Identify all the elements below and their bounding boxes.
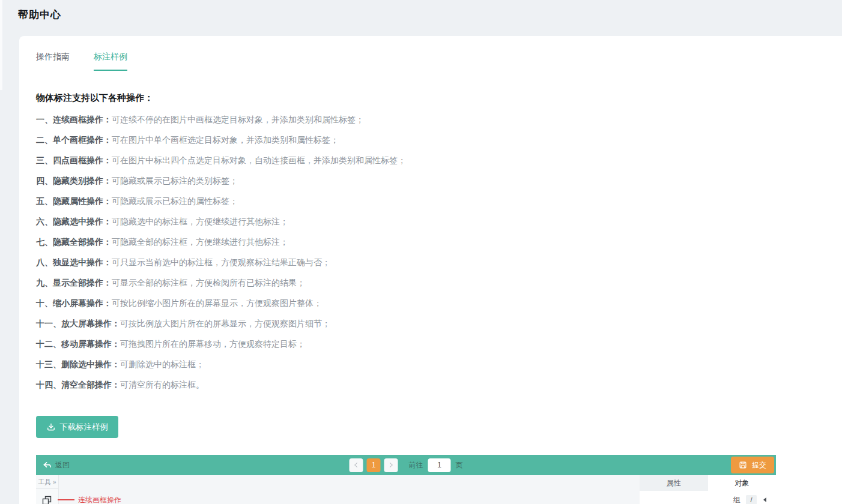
operation-list-item: 十三、删除选中操作：可删除选中的标注框； (36, 358, 842, 370)
operation-name: 十、缩小屏幕操作： (36, 298, 112, 308)
operation-list-item: 五、隐藏属性操作：可隐藏或展示已标注的属性标签； (36, 195, 842, 207)
annotation-tool-preview: 返回 1 前往 页 (36, 455, 776, 504)
operation-description: 可在图片中标出四个点选定目标对象，自动连接画框，并添加类别和属性标签； (112, 155, 406, 165)
next-page-button[interactable] (384, 458, 398, 472)
operation-description: 可在图片中单个画框选定目标对象，并添加类别和属性标签； (112, 135, 339, 145)
page-unit-label: 页 (456, 460, 463, 470)
operation-list-item: 四、隐藏类别操作：可隐藏或展示已标注的类别标签； (36, 175, 842, 187)
expand-panel-icon: » (53, 479, 56, 485)
current-page-button[interactable]: 1 (367, 458, 381, 472)
annotation-canvas[interactable]: 连续画框操作 (59, 475, 640, 504)
operation-description: 可只显示当前选中的标注框，方便观察标注结果正确与否； (112, 257, 330, 267)
operation-description: 可按比例放大图片所在的屏幕显示，方便观察图片细节； (120, 319, 330, 328)
tab-operation-guide[interactable]: 操作指南 (36, 52, 70, 71)
group-divider-chip[interactable]: / (746, 495, 757, 504)
back-button[interactable]: 返回 (42, 460, 70, 470)
annotation-pointer-line (58, 499, 74, 500)
tab-objects[interactable]: 对象 (708, 475, 777, 491)
operations-heading: 物体标注支持以下各种操作： (36, 92, 842, 104)
operation-name: 一、连续画框操作： (36, 115, 112, 124)
continuous-box-tool-button[interactable] (41, 494, 53, 504)
operation-list-item: 七、隐藏全部操作：可隐藏全部的标注框，方便继续进行其他标注； (36, 236, 842, 248)
operation-name: 五、隐藏属性操作： (36, 196, 112, 206)
operation-name: 四、隐藏类别操作： (36, 176, 112, 185)
operation-name: 十四、清空全部操作： (36, 380, 120, 389)
operation-description: 可连续不停的在图片中画框选定目标对象，并添加类别和属性标签； (112, 115, 364, 124)
chevron-left-icon (354, 463, 359, 467)
operation-list-item: 十二、移动屏幕操作：可拖拽图片所在的屏幕移动，方便观察特定目标； (36, 338, 842, 350)
arrow-back-icon (42, 460, 52, 470)
operation-list-item: 十、缩小屏幕操作：可按比例缩小图片所在的屏幕显示，方便观察图片整体； (36, 297, 842, 309)
download-icon (46, 422, 56, 432)
group-row: 组 / (640, 491, 776, 504)
operation-description: 可按比例缩小图片所在的屏幕显示，方便观察图片整体； (112, 298, 322, 308)
tools-panel-body (36, 489, 58, 504)
operation-list-item: 三、四点画框操作：可在图片中标出四个点选定目标对象，自动连接画框，并添加类别和属… (36, 154, 842, 166)
goto-label: 前往 (409, 460, 423, 470)
operation-list-item: 八、独显选中操作：可只显示当前选中的标注框，方便观察标注结果正确与否； (36, 256, 842, 268)
tool-workspace: 工具 » 连续画框操作 属性 (36, 475, 776, 504)
triangle-left-icon[interactable] (763, 497, 766, 502)
page-title: 帮助中心 (18, 8, 61, 22)
panel-tabs: 属性 对象 (640, 475, 776, 491)
operation-list-item: 九、显示全部操作：可显示全部的标注框，方便检阅所有已标注的结果； (36, 277, 842, 289)
tab-annotation-sample[interactable]: 标注样例 (94, 52, 127, 71)
chevron-right-icon (387, 463, 392, 467)
operation-description: 可隐藏或展示已标注的属性标签； (112, 196, 238, 206)
operation-name: 八、独显选中操作： (36, 257, 112, 267)
prev-page-button[interactable] (350, 458, 363, 472)
tools-panel-label: 工具 (38, 478, 51, 487)
operation-description: 可清空所有的标注框。 (120, 380, 204, 389)
pagination: 1 前往 页 (350, 458, 463, 472)
operation-name: 十三、删除选中操作： (36, 359, 120, 369)
download-sample-button[interactable]: 下载标注样例 (36, 416, 118, 438)
operation-name: 七、隐藏全部操作： (36, 237, 112, 247)
operation-list-item: 二、单个画框操作：可在图片中单个画框选定目标对象，并添加类别和属性标签； (36, 134, 842, 146)
operation-list: 一、连续画框操作：可连续不停的在图片中画框选定目标对象，并添加类别和属性标签； … (36, 113, 842, 391)
sidebar-edge (0, 0, 2, 90)
back-button-label: 返回 (55, 460, 70, 470)
help-tabs: 操作指南 标注样例 (36, 52, 842, 71)
operation-list-item: 十四、清空全部操作：可清空所有的标注框。 (36, 379, 842, 391)
submit-button[interactable]: 提交 (731, 457, 774, 473)
operation-list-item: 六、隐藏选中操作：可隐藏选中的标注框，方便继续进行其他标注； (36, 215, 842, 227)
operation-list-item: 十一、放大屏幕操作：可按比例放大图片所在的屏幕显示，方便观察图片细节； (36, 317, 842, 329)
operation-name: 九、显示全部操作： (36, 278, 112, 287)
submit-button-label: 提交 (752, 460, 766, 470)
tools-panel: 工具 » (36, 475, 59, 504)
operation-description: 可拖拽图片所在的屏幕移动，方便观察特定目标； (120, 339, 305, 349)
operation-name: 六、隐藏选中操作： (36, 217, 112, 226)
operation-description: 可显示全部的标注框，方便检阅所有已标注的结果； (112, 278, 305, 287)
annotation-tool-label: 连续画框操作 (78, 495, 121, 504)
operation-name: 三、四点画框操作： (36, 155, 112, 165)
help-content-card: 操作指南 标注样例 物体标注支持以下各种操作： 一、连续画框操作：可连续不停的在… (19, 36, 842, 504)
operation-name: 十二、移动屏幕操作： (36, 339, 120, 349)
operation-list-item: 一、连续画框操作：可连续不停的在图片中画框选定目标对象，并添加类别和属性标签； (36, 113, 842, 125)
operation-name: 十一、放大屏幕操作： (36, 319, 120, 328)
download-button-label: 下载标注样例 (59, 422, 108, 433)
tool-toolbar: 返回 1 前往 页 (36, 455, 776, 475)
operation-description: 可删除选中的标注框； (120, 359, 204, 369)
operation-name: 二、单个画框操作： (36, 135, 112, 145)
operation-description: 可隐藏或展示已标注的类别标签； (112, 176, 238, 185)
operation-description: 可隐藏选中的标注框，方便继续进行其他标注； (112, 217, 288, 226)
operation-description: 可隐藏全部的标注框，方便继续进行其他标注； (112, 237, 288, 247)
page-number-input[interactable] (428, 458, 451, 472)
tab-attributes[interactable]: 属性 (640, 475, 708, 491)
tools-panel-header[interactable]: 工具 » (36, 475, 58, 489)
group-label: 组 (733, 495, 741, 504)
save-floppy-icon (739, 461, 747, 469)
properties-panel: 属性 对象 组 / (640, 475, 776, 504)
